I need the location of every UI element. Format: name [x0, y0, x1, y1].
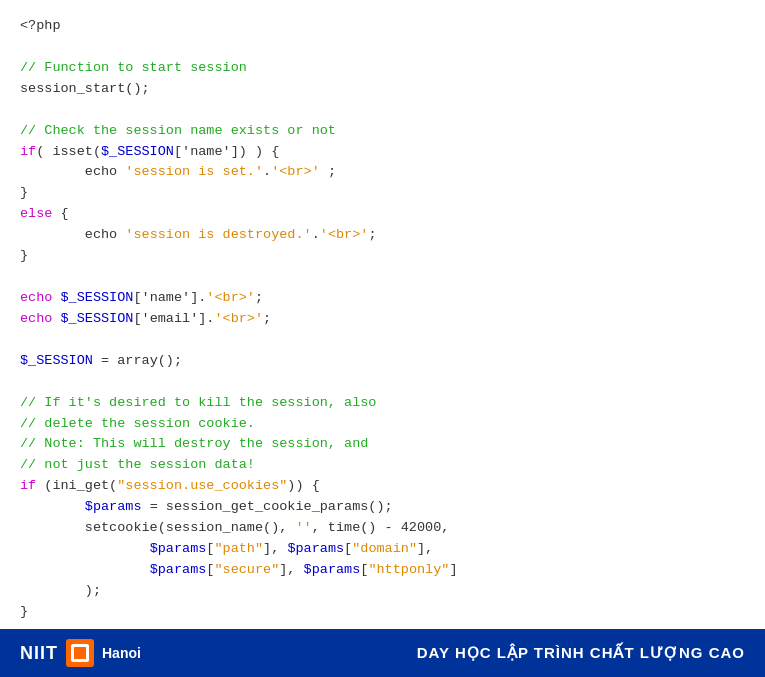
code-line: setcookie(session_name(), '', time() - 4… [20, 518, 745, 539]
empty-line [20, 267, 745, 288]
code-line: echo 'session is set.'.'<br>' ; [20, 162, 745, 183]
code-line: echo $_SESSION['email'].'<br>'; [20, 309, 745, 330]
empty-line [20, 372, 745, 393]
code-line: } [20, 183, 745, 204]
code-line: // If it's desired to kill the session, … [20, 393, 745, 414]
footer-bar: NIIT Hanoi DAY HỌC LẬP TRÌNH CHẤT LƯỢNG … [0, 629, 765, 677]
code-line: } [20, 602, 745, 623]
code-line: ); [20, 581, 745, 602]
code-line: if( isset($_SESSION['name']) ) { [20, 142, 745, 163]
code-line: if (ini_get("session.use_cookies")) { [20, 476, 745, 497]
code-line: echo 'session is destroyed.'.'<br>'; [20, 225, 745, 246]
hanoi-label: Hanoi [102, 645, 141, 661]
footer-logo-area: NIIT Hanoi [20, 639, 141, 667]
code-line: // Note: This will destroy the session, … [20, 434, 745, 455]
code-line: echo $_SESSION['name'].'<br>'; [20, 288, 745, 309]
code-line: $params = session_get_cookie_params(); [20, 497, 745, 518]
empty-line [20, 100, 745, 121]
logo-icon [66, 639, 94, 667]
code-line: $_SESSION = array(); [20, 351, 745, 372]
empty-line [20, 330, 745, 351]
code-editor: <?php // Function to start session sessi… [0, 0, 765, 629]
code-line: // Check the session name exists or not [20, 121, 745, 142]
code-line: else { [20, 204, 745, 225]
code-line: // delete the session cookie. [20, 414, 745, 435]
code-line: session_start(); [20, 79, 745, 100]
footer-tagline: DAY HỌC LẬP TRÌNH CHẤT LƯỢNG CAO [417, 644, 745, 662]
empty-line [20, 37, 745, 58]
code-line: // not just the session data! [20, 455, 745, 476]
logo-icon-inner [71, 644, 89, 662]
code-line: // Function to start session [20, 58, 745, 79]
niit-logo-text: NIIT [20, 643, 58, 664]
code-line: } [20, 246, 745, 267]
code-line: <?php [20, 16, 745, 37]
code-line: $params["secure"], $params["httponly"] [20, 560, 745, 581]
code-line: $params["path"], $params["domain"], [20, 539, 745, 560]
